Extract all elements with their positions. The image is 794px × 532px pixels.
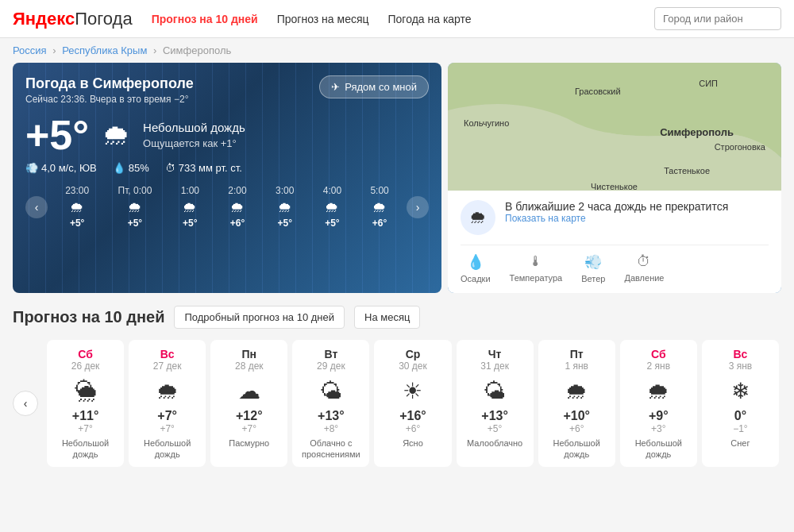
map-controls: 💧 Осадки 🌡 Температура 💨 Ветер ⏱ Давлени… (461, 245, 769, 283)
forecast-header: Прогноз на 10 дней Подробный прогноз на … (13, 306, 781, 329)
day-desc: Небольшой дождь (628, 438, 689, 461)
day-card[interactable]: Чт 31 дек 🌤 +13° +5° Малооблачно (457, 340, 534, 467)
hourly-icon: 🌧 (181, 199, 199, 216)
humidity-icon: 💧 (113, 162, 125, 174)
weather-description: Небольшой дождь Ощущается как +1° (143, 121, 245, 149)
nav-month[interactable]: Прогноз на месяц (277, 13, 369, 25)
main-nav: Прогноз на 10 дней Прогноз на месяц Пого… (152, 13, 654, 25)
logo-yandex: Яндекс (13, 9, 75, 29)
day-temps: +12° +7° (218, 409, 279, 434)
hourly-prev-button[interactable]: ‹ (25, 196, 48, 218)
day-name: Сб (55, 348, 116, 360)
day-card[interactable]: Сб 2 янв 🌧 +9° +3° Небольшой дождь (620, 340, 697, 467)
day-temp-hi: +12° (218, 409, 279, 423)
day-temp-lo: +6° (546, 423, 607, 434)
day-name: Пт (546, 348, 607, 360)
day-temps: 0° −1° (710, 409, 771, 434)
humidity-value: 85% (129, 162, 149, 174)
hourly-time: Пт, 0:00 (118, 185, 152, 196)
detailed-forecast-button[interactable]: Подробный прогноз на 10 дней (174, 306, 345, 329)
day-card[interactable]: Пт 1 янв 🌧 +10° +6° Небольшой дождь (538, 340, 615, 467)
day-temps: +11° +7° (55, 409, 116, 434)
day-temp-lo: −1° (710, 423, 771, 434)
day-temps: +10° +6° (546, 409, 607, 434)
forecast-section: Прогноз на 10 дней Подробный прогноз на … (0, 293, 794, 480)
map-control-item[interactable]: 🌡 Температура (510, 253, 563, 283)
hourly-temp: +6° (370, 218, 388, 229)
hourly-next-button[interactable]: › (407, 196, 429, 218)
day-name: Сб (628, 348, 689, 360)
day-icon: 🌤 (464, 378, 526, 404)
day-temp-hi: +7° (137, 409, 198, 423)
day-date: 29 дек (300, 360, 361, 372)
breadcrumb-crimea[interactable]: Республика Крым (62, 44, 147, 56)
day-icon: 🌧 (628, 378, 689, 404)
hourly-temp: +5° (276, 218, 294, 229)
day-card[interactable]: Вс 3 янв ❄ 0° −1° Снег (702, 340, 779, 467)
hourly-item: 3:00 🌧 +5° (276, 185, 294, 229)
near-me-label: Рядом со мной (345, 81, 417, 93)
weather-desc-main: Небольшой дождь (143, 121, 245, 134)
map-control-label: Ветер (581, 274, 605, 283)
day-name: Чт (464, 348, 526, 360)
map-control-icon: 💧 (467, 253, 484, 271)
day-desc: Малооблачно (464, 438, 526, 449)
day-temp-hi: +10° (546, 409, 607, 423)
breadcrumb-russia[interactable]: Россия (13, 44, 47, 56)
day-card[interactable]: Вт 29 дек 🌤 +13° +8° Облачно с прояснени… (292, 340, 369, 467)
nav-10days[interactable]: Прогноз на 10 дней (152, 13, 258, 25)
map-control-item[interactable]: 💧 Осадки (461, 253, 491, 283)
forecast-days-row: ‹ Сб 26 дек 🌦 +11° +7° Небольшой дождь В… (13, 340, 781, 467)
day-temp-lo: +7° (137, 423, 198, 434)
rain-cloud-icon: 🌧 (461, 200, 495, 235)
hourly-time: 3:00 (276, 185, 294, 196)
map-label-tastenkoye: Тастенькое (664, 166, 710, 175)
hourly-icon: 🌧 (65, 199, 89, 216)
day-name: Вс (137, 348, 198, 360)
day-name: Ср (382, 348, 443, 360)
near-me-button[interactable]: ✈ Рядом со мной (319, 75, 429, 98)
map-label-sip: СИП (699, 79, 718, 88)
day-icon: 🌧 (137, 378, 198, 404)
day-temp-lo: +6° (382, 423, 443, 434)
weather-card: Погода в Симферополе Сейчас 23:36. Вчера… (13, 63, 441, 293)
day-name: Вт (300, 348, 361, 360)
weather-stats: 💨 4,0 м/с, ЮВ 💧 85% ⏱ 733 мм рт. ст. (25, 162, 429, 174)
day-temps: +7° +7° (137, 409, 198, 434)
day-temp-hi: +9° (628, 409, 689, 423)
pressure-stat: ⏱ 733 мм рт. ст. (165, 162, 242, 174)
day-icon: ☀ (382, 378, 443, 404)
day-card[interactable]: Ср 30 дек ☀ +16° +6° Ясно (374, 340, 451, 467)
rain-popup-text: В ближайшие 2 часа дождь не прекратится … (505, 200, 728, 224)
map-label-kolchugino: Кольчугино (464, 118, 509, 128)
day-temps: +13° +8° (300, 409, 361, 434)
nav-map[interactable]: Погода на карте (388, 13, 472, 25)
day-card[interactable]: Вс 27 дек 🌧 +7° +7° Небольшой дождь (129, 340, 206, 467)
logo: Яндекс Погода (13, 9, 133, 29)
day-date: 30 дек (382, 360, 443, 372)
month-forecast-button[interactable]: На месяц (354, 306, 420, 329)
day-desc: Облачно с прояснениями (300, 438, 361, 461)
map-label-strogonovka: Строгоновка (715, 142, 765, 152)
map-panel: СИП Грасовский Кольчугино Симферополь Ст… (448, 63, 781, 293)
map-control-icon: ⏱ (637, 253, 651, 270)
rain-map-link[interactable]: Показать на карте (505, 213, 728, 224)
map-control-icon: 🌡 (529, 253, 543, 270)
day-temp-lo: +8° (300, 423, 361, 434)
feels-like: Ощущается как +1° (143, 137, 245, 149)
day-card[interactable]: Сб 26 дек 🌦 +11° +7° Небольшой дождь (47, 340, 124, 467)
day-card[interactable]: Пн 28 дек ☁ +12° +7° Пасмурно (210, 340, 287, 467)
day-desc: Снег (710, 438, 771, 449)
city-search-input[interactable] (654, 7, 781, 30)
map-control-item[interactable]: ⏱ Давление (624, 253, 664, 283)
hourly-icon: 🌧 (118, 199, 152, 216)
map-control-item[interactable]: 💨 Ветер (581, 253, 605, 283)
day-date: 28 дек (218, 360, 279, 372)
forecast-prev-arrow[interactable]: ‹ (13, 391, 38, 416)
hourly-time: 1:00 (181, 185, 199, 196)
day-temp-hi: +11° (55, 409, 116, 423)
hourly-temp: +5° (118, 218, 152, 229)
header: Яндекс Погода Прогноз на 10 дней Прогноз… (0, 0, 794, 38)
current-temperature: +5° (25, 114, 89, 156)
day-desc: Небольшой дождь (546, 438, 607, 461)
